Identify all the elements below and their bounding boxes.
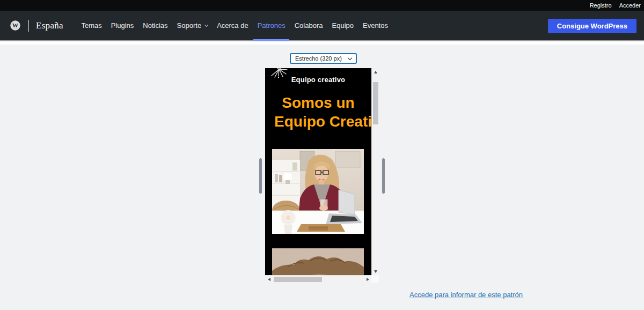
active-tab-indicator	[253, 39, 289, 41]
primary-menu: Temas Plugins Noticias Soporte Acerca de…	[77, 11, 393, 40]
nav-divider	[28, 20, 29, 32]
preview-resize-handle-left[interactable]	[259, 158, 262, 194]
get-wordpress-button[interactable]: Consigue WordPress	[548, 19, 636, 33]
nav-item-plugins[interactable]: Plugins	[106, 11, 138, 40]
pattern-preview-viewport: Equipo creativo Somos un Equipo Creativo	[265, 68, 371, 275]
nav-item-patrones[interactable]: Patrones	[253, 11, 290, 40]
preview-resize-handle-right[interactable]	[382, 158, 385, 194]
scroll-left-button[interactable]	[265, 276, 273, 283]
scroll-down-button[interactable]	[372, 268, 379, 275]
nav-item-eventos[interactable]: Eventos	[358, 11, 392, 40]
nav-item-temas[interactable]: Temas	[77, 11, 106, 40]
nav-item-equipo[interactable]: Equipo	[327, 11, 358, 40]
nav-item-soporte[interactable]: Soporte	[172, 11, 213, 40]
select-chevron-icon	[348, 55, 352, 60]
viewport-size-select[interactable]: Estrecho (320 px)	[290, 53, 357, 64]
arrow-right-icon	[367, 278, 369, 281]
nav-item-colabora[interactable]: Colabora	[290, 11, 327, 40]
arrow-up-icon	[374, 71, 377, 73]
scrollbar-corner	[371, 275, 379, 283]
scroll-up-button[interactable]	[372, 68, 379, 76]
vertical-scrollbar-thumb[interactable]	[373, 82, 378, 124]
pattern-site-title: Equipo creativo	[265, 76, 371, 84]
nav-item-acerca-de[interactable]: Acerca de	[213, 11, 253, 40]
site-locale-label[interactable]: España	[36, 20, 63, 31]
horizontal-scrollbar-thumb[interactable]	[274, 277, 322, 282]
pattern-preview-frame: Equipo creativo Somos un Equipo Creativo	[265, 68, 379, 283]
pattern-heading-line1: Somos un	[265, 94, 371, 112]
preview-horizontal-scrollbar[interactable]	[265, 275, 371, 283]
content-top-strip	[0, 41, 644, 45]
report-pattern-link[interactable]: Accede para informar de este patrón	[409, 291, 523, 299]
preview-vertical-scrollbar[interactable]	[371, 68, 379, 275]
nav-item-noticias[interactable]: Noticias	[138, 11, 172, 40]
main-navbar: W España Temas Plugins Noticias Soporte …	[0, 11, 644, 41]
person-hair-photo	[272, 248, 364, 275]
arrow-left-icon	[268, 278, 270, 281]
svg-text:W: W	[12, 22, 19, 28]
wordpress-logo-icon[interactable]: W	[10, 20, 21, 31]
pattern-heading-line2: Equipo Creativo	[274, 113, 371, 130]
scroll-right-button[interactable]	[364, 276, 371, 283]
viewport-size-value: Estrecho (320 px)	[295, 55, 348, 62]
register-link[interactable]: Registro	[590, 2, 612, 9]
chevron-down-icon	[204, 23, 208, 26]
woman-at-desk-photo	[272, 149, 364, 234]
top-account-bar: Registro Acceder	[0, 0, 644, 11]
arrow-down-icon	[374, 270, 377, 273]
login-link[interactable]: Acceder	[619, 2, 641, 9]
